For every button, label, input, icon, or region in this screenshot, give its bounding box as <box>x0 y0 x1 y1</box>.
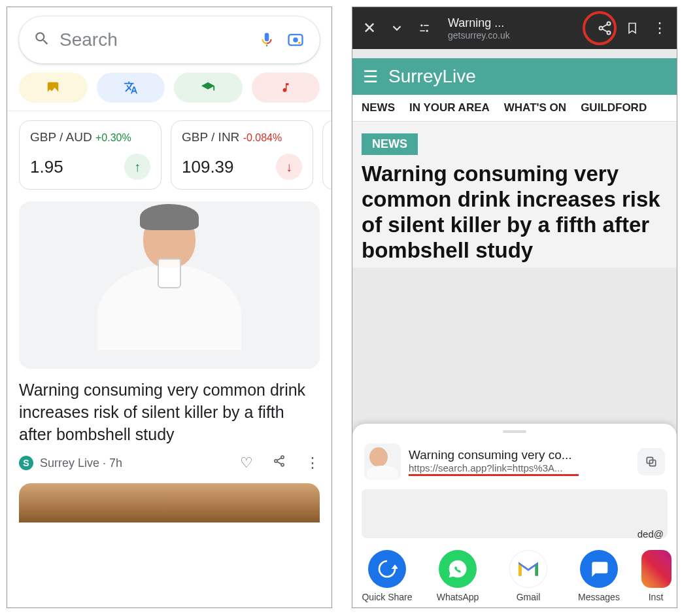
chrome-share-screen: ✕ Warning ... getsurrey.co.uk ⋮ ☰ Surrey… <box>352 7 677 608</box>
site-logo[interactable]: SurreyLive <box>388 66 476 87</box>
man-drinking-illustration <box>97 209 241 350</box>
svg-point-10 <box>607 22 611 26</box>
lens-icon[interactable] <box>286 30 305 50</box>
news-card[interactable]: Warning consuming very common drink incr… <box>19 201 320 471</box>
chevron-down-icon[interactable] <box>389 21 405 35</box>
fx-card-gbp-inr[interactable]: GBP / INR -0.084% 109.39 ↓ <box>171 120 313 190</box>
tab-whatson[interactable]: WHAT'S ON <box>504 101 566 114</box>
tab-area[interactable]: IN YOUR AREA <box>409 101 490 114</box>
bookmark-icon[interactable] <box>624 21 640 35</box>
svg-point-3 <box>281 456 284 458</box>
source-favicon: S <box>19 456 33 470</box>
search-icon <box>33 30 50 50</box>
svg-point-8 <box>426 30 428 32</box>
site-header: ☰ SurreyLive <box>352 58 677 95</box>
app-instagram[interactable]: Inst <box>641 550 670 602</box>
app-whatsapp[interactable]: WhatsApp <box>430 550 486 602</box>
like-icon[interactable]: ♡ <box>240 454 253 471</box>
svg-rect-9 <box>420 30 425 31</box>
share-icon[interactable] <box>273 454 286 471</box>
svg-point-11 <box>600 27 603 30</box>
next-news-card[interactable] <box>19 483 320 522</box>
copy-button[interactable] <box>638 448 665 475</box>
app-quickshare[interactable]: Quick Share <box>359 550 415 602</box>
svg-point-4 <box>275 460 277 462</box>
trend-down-icon: ↓ <box>276 154 302 180</box>
svg-point-12 <box>607 31 611 35</box>
currency-cards[interactable]: GBP / AUD +0.30% 1.95 ↑ GBP / INR -0.084… <box>7 120 332 190</box>
site-nav-tabs: NEWS IN YOUR AREA WHAT'S ON GUILDFORD <box>352 95 677 122</box>
image-search-chip[interactable] <box>19 73 88 103</box>
svg-point-2 <box>298 42 301 44</box>
voice-search-icon[interactable] <box>257 30 277 50</box>
news-title: Warning consuming very common drink incr… <box>19 379 320 445</box>
shortcut-chips <box>7 70 332 111</box>
page-settings-icon[interactable] <box>416 22 432 35</box>
share-title: Warning consuming very co... <box>409 448 630 462</box>
search-bar[interactable]: Search <box>19 16 320 63</box>
svg-point-6 <box>420 24 422 26</box>
share-url: https://search.app?link=https%3A... <box>409 462 630 473</box>
search-placeholder: Search <box>60 29 248 50</box>
share-thumbnail <box>364 443 401 480</box>
category-tag[interactable]: NEWS <box>362 133 418 155</box>
education-chip[interactable] <box>174 73 243 103</box>
app-gmail[interactable]: Gmail <box>500 550 556 602</box>
drag-handle[interactable] <box>503 430 526 433</box>
close-icon[interactable]: ✕ <box>362 19 377 37</box>
news-image <box>19 201 320 369</box>
app-messages[interactable]: Messages <box>571 550 627 602</box>
page-title-block[interactable]: Warning ... getsurrey.co.uk <box>448 16 585 41</box>
article-body: NEWS Warning consuming very common drink… <box>352 122 677 267</box>
share-sheet: Warning consuming very co... https://sea… <box>352 424 677 607</box>
fx-card-gbp-aud[interactable]: GBP / AUD +0.30% 1.95 ↑ <box>19 120 162 190</box>
overflow-menu-icon[interactable]: ⋮ <box>652 20 668 37</box>
share-apps-row: Quick Share WhatsApp Gmail Messages Inst <box>352 538 677 602</box>
divider <box>7 111 332 111</box>
translate-chip[interactable] <box>97 73 165 103</box>
article-headline: Warning consuming very common drink incr… <box>362 162 668 264</box>
tab-guildford[interactable]: GUILDFORD <box>581 101 647 114</box>
svg-rect-7 <box>424 25 429 26</box>
google-app-screen: Search GBP / AUD +0.30% 1.95 ↑ <box>7 7 332 608</box>
svg-point-1 <box>293 37 298 42</box>
trend-up-icon: ↑ <box>124 154 150 180</box>
svg-point-5 <box>281 464 284 466</box>
chrome-toolbar: ✕ Warning ... getsurrey.co.uk ⋮ <box>352 7 677 49</box>
contacts-row[interactable]: ded@ <box>362 489 668 538</box>
annotation-underline <box>409 474 579 476</box>
share-icon[interactable] <box>597 20 613 36</box>
email-partial: ded@ <box>638 528 664 539</box>
music-chip[interactable] <box>252 73 320 103</box>
news-source: Surrey Live · 7h <box>40 456 233 470</box>
more-icon[interactable]: ⋮ <box>305 454 320 471</box>
tab-news[interactable]: NEWS <box>362 101 395 114</box>
fx-card-partial[interactable]: G 1 <box>322 120 332 190</box>
hamburger-icon[interactable]: ☰ <box>363 67 378 87</box>
